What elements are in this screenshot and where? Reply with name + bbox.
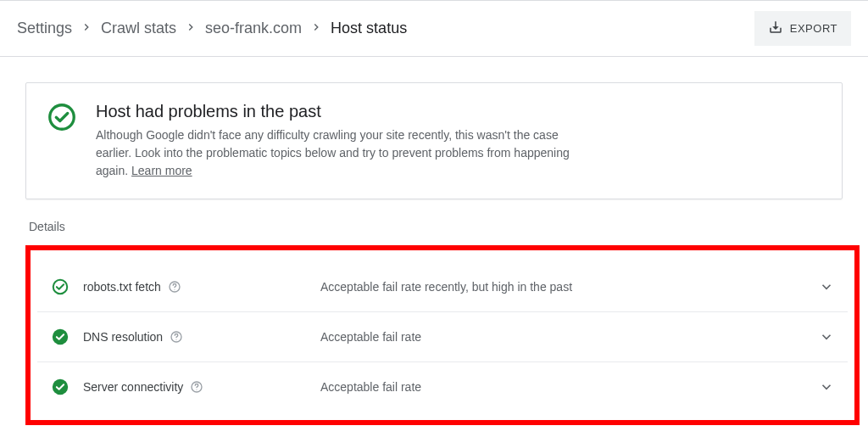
status-card: Host had problems in the past Although G… <box>25 82 843 199</box>
status-title: Host had problems in the past <box>96 102 570 121</box>
checkmark-circle-outline-icon <box>51 277 70 296</box>
checkmark-circle-icon <box>47 102 77 132</box>
breadcrumb: Settings Crawl stats seo-frank.com Host … <box>17 20 407 37</box>
chevron-down-icon <box>819 379 834 395</box>
detail-row-robots[interactable]: robots.txt fetch Acceptable fail rate re… <box>37 262 848 311</box>
detail-status-text: Acceptable fail rate <box>320 380 819 394</box>
help-icon[interactable] <box>170 330 183 344</box>
detail-row-server[interactable]: Server connectivity Acceptable fail rate <box>37 361 848 412</box>
svg-point-3 <box>174 289 175 290</box>
checkmark-circle-filled-icon <box>51 328 70 346</box>
status-text: Host had problems in the past Although G… <box>96 102 570 180</box>
checkmark-circle-filled-icon <box>51 378 70 396</box>
help-icon[interactable] <box>168 280 181 294</box>
breadcrumb-domain[interactable]: seo-frank.com <box>205 20 302 37</box>
detail-row-dns[interactable]: DNS resolution Acceptable fail rate <box>37 311 848 361</box>
chevron-right-icon <box>185 21 197 36</box>
status-description: Although Google didn't face any difficul… <box>96 126 570 180</box>
learn-more-link[interactable]: Learn more <box>131 164 192 177</box>
export-button[interactable]: EXPORT <box>754 11 851 46</box>
header-bar: Settings Crawl stats seo-frank.com Host … <box>0 0 868 57</box>
breadcrumb-crawl-stats[interactable]: Crawl stats <box>101 20 176 37</box>
detail-status-text: Acceptable fail rate <box>320 330 819 344</box>
detail-label: DNS resolution <box>83 330 320 344</box>
download-icon <box>768 20 783 37</box>
chevron-down-icon <box>819 279 834 294</box>
detail-label: Server connectivity <box>83 380 320 394</box>
help-icon[interactable] <box>190 380 203 394</box>
breadcrumb-settings[interactable]: Settings <box>17 20 72 37</box>
chevron-down-icon <box>819 329 834 345</box>
details-heading: Details <box>29 220 860 233</box>
svg-point-6 <box>176 339 177 340</box>
details-list: robots.txt fetch Acceptable fail rate re… <box>25 245 860 425</box>
chevron-right-icon <box>310 21 322 36</box>
svg-point-9 <box>197 389 198 390</box>
content-area: Host had problems in the past Although G… <box>0 57 868 425</box>
detail-status-text: Acceptable fail rate recently, but high … <box>320 280 819 294</box>
detail-label: robots.txt fetch <box>83 280 320 294</box>
export-label: EXPORT <box>790 22 837 35</box>
breadcrumb-host-status[interactable]: Host status <box>331 20 407 37</box>
chevron-right-icon <box>81 21 92 36</box>
